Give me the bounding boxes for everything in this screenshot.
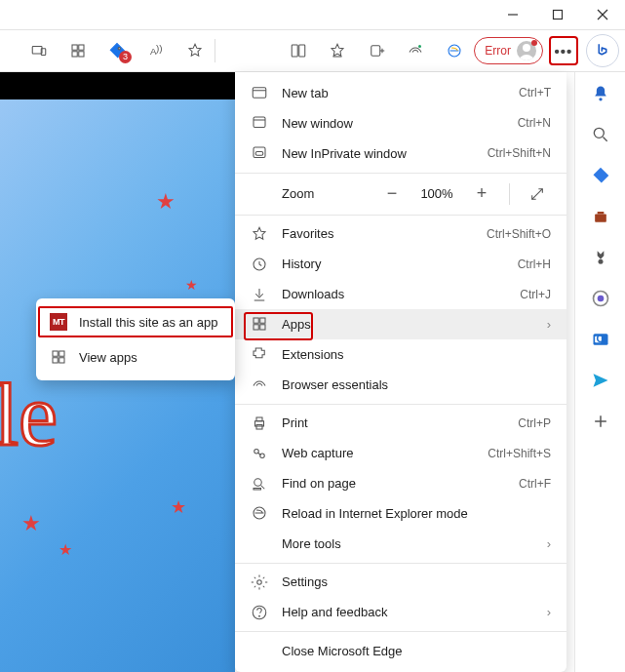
sidebar-search-icon[interactable] xyxy=(589,123,612,146)
menu-shortcut: Ctrl+T xyxy=(519,86,551,99)
menu-history[interactable]: History Ctrl+H xyxy=(235,249,566,279)
menu-label: Settings xyxy=(282,574,551,589)
menu-more-tools[interactable]: More tools › xyxy=(235,529,566,559)
fullscreen-button[interactable] xyxy=(524,180,551,208)
grid-icon[interactable] xyxy=(59,31,98,70)
performance-icon[interactable] xyxy=(396,31,435,70)
svg-rect-9 xyxy=(79,52,84,57)
menu-close-edge[interactable]: Close Microsoft Edge xyxy=(235,636,566,666)
profile-error-pill[interactable]: Error xyxy=(474,37,543,64)
menu-new-inprivate[interactable]: New InPrivate window Ctrl+Shift+N xyxy=(235,138,566,169)
menu-new-window[interactable]: New window Ctrl+N xyxy=(235,108,566,138)
menu-separator xyxy=(235,173,566,174)
collections-icon[interactable] xyxy=(357,31,396,70)
menu-favorites[interactable]: Favorites Ctrl+Shift+O xyxy=(235,219,566,250)
menu-new-tab[interactable]: New tab Ctrl+T xyxy=(235,78,566,108)
menu-apps[interactable]: Apps › xyxy=(235,309,566,339)
menu-shortcut: Ctrl+H xyxy=(518,257,551,271)
submenu-install-app[interactable]: MT Install this site as an app xyxy=(36,304,235,339)
zoom-separator xyxy=(509,183,510,205)
menu-zoom-row: Zoom − 100% + xyxy=(235,177,566,210)
menu-web-capture[interactable]: Web capture Ctrl+Shift+S xyxy=(235,438,566,468)
zoom-out-button[interactable]: − xyxy=(378,180,406,208)
devices-icon[interactable] xyxy=(20,31,59,70)
svg-rect-43 xyxy=(53,351,58,356)
minimize-button[interactable] xyxy=(490,0,535,29)
svg-text:)): )) xyxy=(156,43,163,54)
svg-rect-21 xyxy=(253,88,266,99)
maximize-button[interactable] xyxy=(535,0,580,29)
sidebar-bell-icon[interactable] xyxy=(589,82,612,105)
sidebar-copilot-icon[interactable] xyxy=(589,287,612,310)
chevron-right-icon: › xyxy=(547,536,551,551)
close-button[interactable] xyxy=(580,0,625,29)
svg-point-48 xyxy=(594,128,604,138)
svg-point-40 xyxy=(257,580,262,585)
window-controls xyxy=(490,0,625,29)
svg-point-52 xyxy=(597,296,604,302)
shopping-tag-icon[interactable]: 3 xyxy=(98,31,137,70)
svg-rect-46 xyxy=(59,358,64,363)
favorites-list-icon[interactable] xyxy=(318,31,357,70)
notification-dot-icon xyxy=(531,40,537,46)
sidebar-tools-icon[interactable] xyxy=(589,205,612,228)
sidebar-send-icon[interactable] xyxy=(589,369,612,392)
sidebar-add-button[interactable] xyxy=(589,410,612,433)
menu-shortcut: Ctrl+Shift+S xyxy=(488,447,551,460)
menu-label: Web capture xyxy=(282,446,474,460)
svg-rect-13 xyxy=(293,45,298,57)
zoom-in-button[interactable]: + xyxy=(468,180,495,208)
menu-essentials[interactable]: Browser essentials xyxy=(235,370,566,400)
menu-separator xyxy=(235,404,566,405)
menu-shortcut: Ctrl+N xyxy=(518,116,551,130)
svg-rect-7 xyxy=(79,45,84,50)
menu-label: Find on page xyxy=(282,476,505,491)
read-aloud-icon[interactable]: A)) xyxy=(137,31,176,70)
chevron-right-icon: › xyxy=(547,605,551,619)
menu-print[interactable]: Print Ctrl+P xyxy=(235,408,566,438)
badge-count: 3 xyxy=(119,51,132,63)
svg-rect-4 xyxy=(32,47,42,55)
svg-rect-31 xyxy=(260,325,265,330)
menu-label: More tools xyxy=(282,536,533,551)
svg-rect-23 xyxy=(254,117,265,128)
menu-label: Reload in Internet Explorer mode xyxy=(282,506,551,521)
menu-separator xyxy=(235,563,566,564)
bing-chat-button[interactable] xyxy=(586,34,619,67)
menu-extensions[interactable]: Extensions xyxy=(235,339,566,370)
menu-shortcut: Ctrl+Shift+O xyxy=(487,227,551,241)
menu-label: Print xyxy=(282,415,504,430)
menu-label: Help and feedback xyxy=(282,605,533,619)
svg-point-50 xyxy=(598,259,603,264)
svg-rect-25 xyxy=(254,147,265,158)
menu-label: Favorites xyxy=(282,226,473,241)
split-screen-icon[interactable] xyxy=(279,31,318,70)
menu-shortcut: Ctrl+J xyxy=(520,288,551,301)
sidebar-outlook-icon[interactable]: O xyxy=(589,328,612,351)
favorite-star-icon[interactable] xyxy=(176,31,215,70)
svg-point-37 xyxy=(254,478,262,486)
more-dots-icon: ••• xyxy=(555,44,573,59)
sidebar-shopping-icon[interactable] xyxy=(589,164,612,187)
svg-rect-44 xyxy=(59,351,64,356)
menu-label: Extensions xyxy=(282,347,551,362)
svg-rect-29 xyxy=(260,318,265,323)
settings-and-more-button[interactable]: ••• xyxy=(549,36,578,65)
menu-help[interactable]: Help and feedback › xyxy=(235,597,566,627)
svg-rect-6 xyxy=(72,45,77,50)
menu-shortcut: Ctrl+Shift+N xyxy=(488,146,551,160)
svg-point-47 xyxy=(599,98,602,100)
menu-find[interactable]: Find on page Ctrl+F xyxy=(235,468,566,498)
menu-settings[interactable]: Settings xyxy=(235,568,566,598)
zoom-value: 100% xyxy=(415,186,458,201)
menu-shortcut: Ctrl+P xyxy=(518,416,551,430)
menu-ie-mode[interactable]: Reload in Internet Explorer mode xyxy=(235,498,566,529)
menu-downloads[interactable]: Downloads Ctrl+J xyxy=(235,279,566,309)
svg-rect-26 xyxy=(255,152,263,156)
ie-mode-icon[interactable] xyxy=(435,31,474,70)
submenu-view-apps[interactable]: View apps xyxy=(36,339,235,375)
chevron-right-icon: › xyxy=(547,317,551,332)
sidebar-games-icon[interactable] xyxy=(589,246,612,269)
svg-rect-45 xyxy=(53,358,58,363)
menu-label: Browser essentials xyxy=(282,377,551,392)
